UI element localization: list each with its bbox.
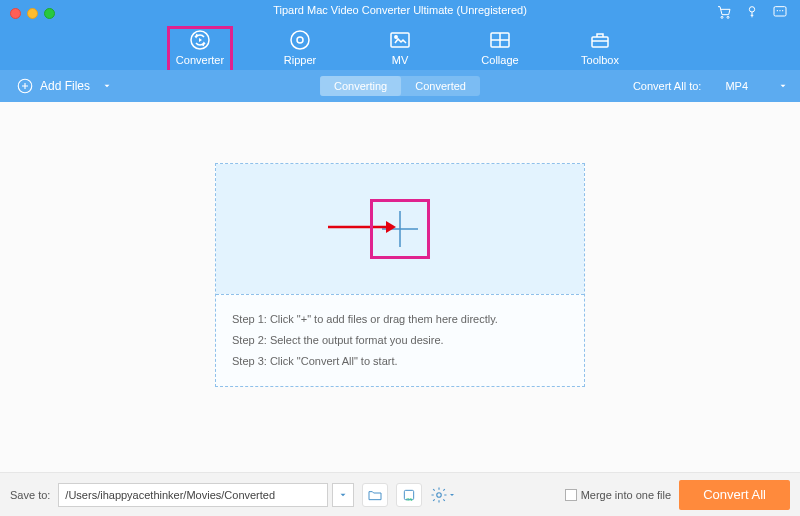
svg-point-19 bbox=[437, 492, 442, 497]
save-path-value: /Users/ihappyacethinker/Movies/Converted bbox=[65, 489, 275, 501]
drop-zone[interactable]: Step 1: Click "+" to add files or drag t… bbox=[215, 163, 585, 387]
svg-point-6 bbox=[291, 31, 309, 49]
save-path-field[interactable]: /Users/ihappyacethinker/Movies/Converted bbox=[58, 483, 328, 507]
conversion-state-toggle[interactable]: Converting Converted bbox=[320, 76, 480, 96]
output-format-dropdown[interactable]: MP4 bbox=[725, 80, 788, 92]
svg-rect-3 bbox=[774, 7, 786, 16]
add-files-label: Add Files bbox=[40, 79, 90, 93]
convert-all-to-label: Convert All to: bbox=[633, 80, 701, 92]
segment-converted[interactable]: Converted bbox=[401, 76, 480, 96]
step-text: Step 1: Click "+" to add files or drag t… bbox=[232, 309, 568, 330]
convert-all-label: Convert All bbox=[703, 487, 766, 502]
mv-icon bbox=[388, 28, 412, 52]
tab-label: Collage bbox=[481, 54, 518, 66]
cart-icon[interactable] bbox=[716, 4, 732, 24]
svg-point-7 bbox=[297, 37, 303, 43]
svg-rect-11 bbox=[592, 37, 608, 47]
tab-mv[interactable]: MV bbox=[371, 28, 429, 66]
svg-point-0 bbox=[721, 16, 723, 18]
window-title: Tipard Mac Video Converter Ultimate (Unr… bbox=[0, 4, 800, 16]
save-to-label: Save to: bbox=[10, 489, 50, 501]
svg-text:ON: ON bbox=[407, 497, 413, 502]
tab-collage[interactable]: Collage bbox=[471, 28, 529, 66]
settings-button[interactable] bbox=[430, 483, 456, 507]
add-files-button[interactable]: Add Files bbox=[16, 77, 112, 95]
chevron-down-icon bbox=[448, 491, 456, 499]
hardware-accel-button[interactable]: ON bbox=[396, 483, 422, 507]
tab-label: Ripper bbox=[284, 54, 316, 66]
svg-point-9 bbox=[395, 36, 397, 38]
key-icon[interactable] bbox=[744, 4, 760, 24]
step-text: Step 3: Click "Convert All" to start. bbox=[232, 351, 568, 372]
step-text: Step 2: Select the output format you des… bbox=[232, 330, 568, 351]
tab-label: MV bbox=[392, 54, 409, 66]
checkbox-icon bbox=[565, 489, 577, 501]
svg-point-2 bbox=[749, 7, 754, 12]
merge-label: Merge into one file bbox=[581, 489, 672, 501]
merge-checkbox[interactable]: Merge into one file bbox=[565, 489, 672, 501]
annotation-highlight bbox=[370, 199, 430, 259]
open-folder-button[interactable] bbox=[362, 483, 388, 507]
toolbox-icon bbox=[588, 28, 612, 52]
collage-icon bbox=[488, 28, 512, 52]
feedback-icon[interactable] bbox=[772, 4, 788, 24]
chevron-down-icon bbox=[778, 81, 788, 91]
instructions: Step 1: Click "+" to add files or drag t… bbox=[216, 294, 584, 386]
tab-ripper[interactable]: Ripper bbox=[271, 28, 329, 66]
output-format-value: MP4 bbox=[725, 80, 748, 92]
chevron-down-icon[interactable] bbox=[102, 81, 112, 91]
segment-converting[interactable]: Converting bbox=[320, 76, 401, 96]
tab-toolbox[interactable]: Toolbox bbox=[571, 28, 629, 66]
tab-converter[interactable]: Converter bbox=[171, 28, 229, 66]
tab-label: Toolbox bbox=[581, 54, 619, 66]
convert-all-button[interactable]: Convert All bbox=[679, 480, 790, 510]
save-path-dropdown[interactable] bbox=[332, 483, 354, 507]
ripper-icon bbox=[288, 28, 312, 52]
svg-point-1 bbox=[727, 16, 729, 18]
